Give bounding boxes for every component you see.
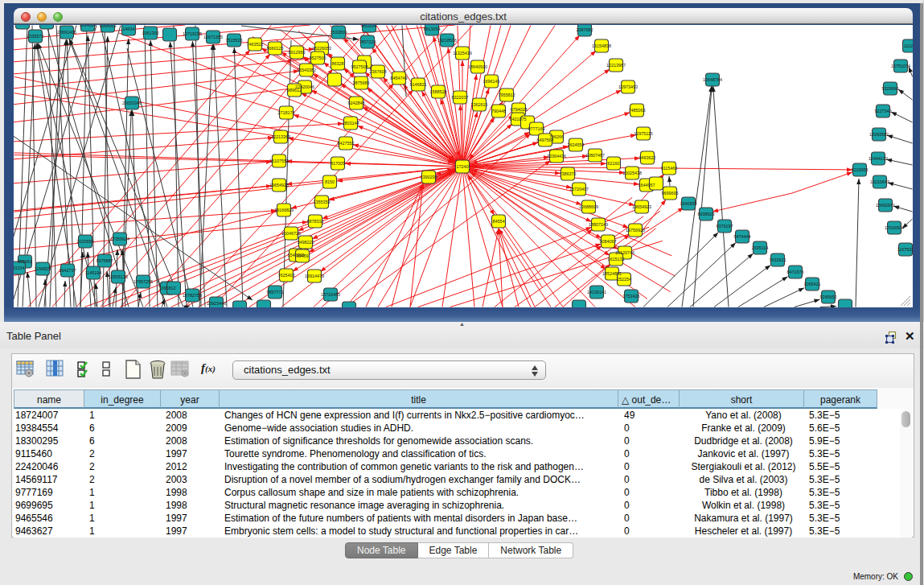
svg-text:7625402: 7625402 [278, 273, 295, 278]
svg-text:1588520: 1588520 [430, 89, 447, 94]
svg-text:25226053: 25226053 [312, 46, 331, 51]
svg-text:10046725: 10046725 [281, 231, 301, 236]
svg-text:1145194: 1145194 [85, 270, 102, 275]
svg-text:10719155: 10719155 [183, 31, 202, 36]
svg-text:14634: 14634 [123, 27, 135, 31]
svg-text:8938923: 8938923 [698, 212, 715, 216]
svg-text:10025438: 10025438 [622, 171, 642, 175]
svg-text:15716485: 15716485 [321, 292, 340, 297]
svg-text:9064063: 9064063 [100, 25, 117, 28]
svg-text:19654923: 19654923 [632, 204, 651, 209]
svg-text:9527508: 9527508 [351, 64, 368, 69]
svg-text:8322037: 8322037 [452, 95, 469, 100]
svg-text:17016504: 17016504 [885, 225, 904, 230]
svg-text:790448: 790448 [491, 109, 506, 113]
svg-text:84554: 84554 [493, 219, 505, 224]
svg-text:16120746: 16120746 [615, 250, 634, 255]
svg-text:7632621: 7632621 [770, 257, 786, 262]
svg-text:12444132: 12444132 [869, 156, 888, 161]
svg-text:2035572: 2035572 [27, 34, 44, 39]
svg-text:93154: 93154 [14, 266, 25, 270]
svg-text:3498222: 3498222 [298, 240, 314, 245]
svg-text:9699695: 9699695 [662, 191, 679, 196]
svg-text:19166829: 19166829 [274, 208, 294, 212]
svg-text:9115460: 9115460 [661, 166, 678, 171]
svg-text:20053346: 20053346 [122, 101, 142, 105]
svg-text:11325419: 11325419 [453, 51, 472, 56]
svg-text:1615132: 1615132 [608, 257, 625, 262]
svg-text:16648784: 16648784 [703, 77, 722, 82]
svg-text:6497568: 6497568 [537, 138, 554, 142]
svg-text:16671355: 16671355 [203, 35, 223, 39]
svg-text:8878332: 8878332 [307, 219, 324, 224]
svg-text:12093582: 12093582 [869, 132, 889, 137]
svg-text:20691406: 20691406 [57, 30, 76, 35]
svg-text:12975115: 12975115 [634, 131, 653, 136]
svg-text:9975887: 9975887 [97, 258, 113, 263]
svg-text:1390293: 1390293 [421, 175, 437, 179]
svg-text:9146821: 9146821 [410, 82, 427, 87]
svg-text:1533809: 1533809 [331, 30, 347, 35]
svg-text:7485063: 7485063 [629, 108, 646, 113]
svg-text:17359924: 17359924 [110, 237, 129, 241]
svg-text:12213967: 12213967 [606, 63, 626, 68]
svg-text:1640954: 1640954 [680, 201, 697, 206]
svg-text:9474444: 9474444 [734, 234, 751, 239]
svg-text:8660125: 8660125 [267, 46, 284, 51]
svg-text:10973493: 10973493 [618, 84, 638, 89]
svg-text:15751074: 15751074 [891, 64, 910, 68]
svg-text:9329966: 9329966 [882, 86, 899, 91]
svg-text:1421075: 1421075 [510, 117, 527, 122]
svg-text:8427552: 8427552 [338, 141, 355, 146]
svg-text:1362615: 1362615 [471, 102, 488, 107]
svg-text:8454749: 8454749 [391, 76, 408, 80]
svg-text:8215955: 8215955 [852, 167, 869, 172]
svg-text:16914479: 16914479 [305, 274, 324, 278]
svg-text:7515526: 7515526 [226, 38, 243, 43]
svg-text:17240: 17240 [457, 164, 469, 169]
svg-text:2020656: 2020656 [77, 239, 94, 244]
svg-text:16210643: 16210643 [870, 179, 889, 184]
svg-text:18524851: 18524851 [602, 271, 622, 276]
svg-text:19756928: 19756928 [626, 228, 645, 233]
svg-text:16782759: 16782759 [183, 293, 202, 298]
svg-text:99459: 99459 [297, 253, 309, 258]
svg-text:1753426: 1753426 [623, 294, 640, 299]
svg-text:1167533: 1167533 [897, 247, 913, 252]
svg-text:855061: 855061 [18, 259, 32, 264]
svg-text:3624554: 3624554 [568, 142, 585, 147]
svg-text:9227342: 9227342 [875, 109, 892, 113]
svg-text:86328: 86328 [332, 61, 344, 66]
svg-text:9242848: 9242848 [348, 101, 365, 105]
svg-text:14136141: 14136141 [587, 290, 606, 295]
svg-text:16154838: 16154838 [592, 43, 611, 48]
svg-text:10688609: 10688609 [579, 204, 598, 209]
svg-text:7857224: 7857224 [359, 39, 376, 44]
svg-text:7463522: 7463522 [247, 42, 264, 47]
svg-text:1696145: 1696145 [483, 79, 500, 84]
svg-text:12505135: 12505135 [109, 274, 128, 279]
svg-text:17957255: 17957255 [133, 279, 153, 284]
svg-text:1864004: 1864004 [80, 25, 97, 27]
svg-text:15692971: 15692971 [876, 203, 895, 208]
svg-text:8813054: 8813054 [424, 27, 441, 31]
svg-text:16543382: 16543382 [297, 68, 316, 72]
svg-text:6379197: 6379197 [717, 224, 733, 229]
svg-text:9245652: 9245652 [820, 295, 837, 299]
svg-text:1644957: 1644957 [639, 183, 655, 187]
svg-text:62160: 62160 [608, 161, 620, 166]
svg-text:2718176: 2718176 [278, 110, 295, 115]
svg-text:252254: 252254 [617, 277, 631, 282]
svg-text:18807249: 18807249 [589, 222, 608, 227]
svg-text:10923446: 10923446 [207, 301, 226, 306]
svg-text:10807487: 10807487 [585, 153, 605, 158]
svg-text:8912956: 8912956 [289, 50, 306, 55]
svg-text:853104: 853104 [362, 25, 376, 28]
svg-text:19218506: 19218506 [437, 38, 457, 43]
svg-text:989612: 989612 [287, 88, 302, 93]
svg-text:2087682: 2087682 [577, 27, 593, 32]
svg-text:19654925: 19654925 [269, 183, 289, 187]
svg-text:20364436: 20364436 [547, 154, 566, 159]
svg-text:6794028: 6794028 [511, 107, 528, 112]
svg-text:1095812: 1095812 [159, 286, 176, 290]
